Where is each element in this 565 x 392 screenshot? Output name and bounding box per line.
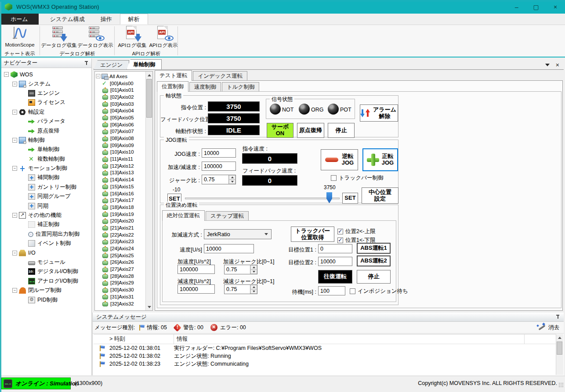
axis-item[interactable]: ✓[00]Axis00	[96, 80, 145, 87]
axis-item[interactable]: [25]Axis25	[96, 252, 145, 259]
message-scrollbar[interactable]	[556, 334, 563, 375]
jog-slider-track[interactable]	[185, 198, 340, 199]
tree-item-gantry[interactable]: ガントリー制御	[1, 183, 91, 192]
jog-forward-button[interactable]: 正転 JOG	[362, 148, 398, 171]
apilog-collect-button[interactable]: APIログ収集	[116, 26, 148, 50]
tree-item-system[interactable]: −システム	[1, 79, 91, 88]
axis-item[interactable]: [32]Axis32	[96, 300, 145, 307]
spin-up-icon[interactable]	[250, 265, 257, 270]
profile-combo[interactable]: JerkRatio	[204, 229, 272, 239]
axis-item[interactable]: [07]Axis07	[96, 128, 145, 135]
scroll-thumb[interactable]	[146, 79, 152, 118]
axis-root-item[interactable]: −All Axes	[96, 73, 145, 80]
tab-test-operation[interactable]: テスト運転	[155, 70, 192, 81]
checkbox-icon[interactable]	[350, 288, 355, 294]
combo-chevron-icon[interactable]	[262, 230, 270, 238]
pos2-upper-limit-checkbox[interactable]: 位置2<-上限	[337, 228, 375, 235]
tree-item-multi-axis-control[interactable]: 複数軸制御	[1, 155, 91, 164]
tree-item-wos[interactable]: −WOS	[1, 70, 91, 79]
axis-item[interactable]: [21]Axis21	[96, 224, 145, 231]
center-position-set-button[interactable]: 中心位置 設定	[362, 187, 398, 204]
servo-on-button[interactable]: サーボON	[267, 123, 293, 138]
accel-jerk-spinner[interactable]	[224, 265, 257, 274]
axis-scrollbar[interactable]	[145, 72, 152, 310]
tree-item-module[interactable]: モジュール	[1, 258, 91, 267]
axis-item[interactable]: [31]Axis31	[96, 293, 145, 300]
minimize-button[interactable]: –	[507, 0, 526, 14]
jog-reverse-button[interactable]: 逆転 JOG	[321, 149, 358, 170]
tab-index-operation[interactable]: インデックス運転	[193, 71, 247, 81]
inposition-wait-checkbox[interactable]: インポジション待ち	[350, 288, 408, 295]
datalog-view-button[interactable]: データログ表示	[78, 26, 113, 50]
axis-item[interactable]: [28]Axis28	[96, 273, 145, 280]
axis-item[interactable]: [08]Axis08	[96, 135, 145, 142]
pin-icon[interactable]	[556, 314, 560, 320]
ribbon-tab-system-config[interactable]: システム構成	[42, 14, 93, 25]
axis-item[interactable]: [14]Axis14	[96, 176, 145, 183]
jog-speed-input[interactable]	[202, 148, 236, 158]
spin-down-icon[interactable]	[250, 289, 257, 294]
axis-item[interactable]: [22]Axis22	[96, 231, 145, 238]
axis-item[interactable]: [12]Axis12	[96, 162, 145, 169]
spin-up-icon[interactable]	[250, 285, 257, 289]
axis-item[interactable]: [19]Axis19	[96, 211, 145, 218]
axis-item[interactable]: [10]Axis10	[96, 149, 145, 156]
axis-item[interactable]: [30]Axis30	[96, 286, 145, 293]
tree-item-event-control[interactable]: イベント制御	[1, 239, 91, 248]
axis-item[interactable]: [11]Axis11	[96, 155, 145, 162]
tree-item-homing[interactable]: 原点復帰	[1, 126, 91, 135]
target2-input[interactable]	[318, 257, 352, 266]
tree-item-analog-io[interactable]: アナログI/O制御	[1, 277, 91, 286]
tree-item-misc[interactable]: −その他の機能	[1, 211, 91, 220]
doc-tab-single-axis[interactable]: 単軸制御	[127, 59, 162, 69]
tab-velocity-control[interactable]: 速度制御	[189, 82, 221, 92]
jog-accel-input[interactable]	[202, 162, 236, 171]
ribbon-tab-analysis[interactable]: 解析	[120, 14, 148, 25]
roundtrip-button[interactable]: 往復運転	[318, 270, 352, 284]
axis-item[interactable]: [16]Axis16	[96, 190, 145, 197]
scroll-up-icon[interactable]	[148, 74, 151, 76]
spin-down-icon[interactable]	[229, 180, 235, 184]
axis-item[interactable]: [27]Axis27	[96, 266, 145, 273]
apilog-view-button[interactable]: APIログ表示	[148, 26, 179, 50]
expander-icon[interactable]: −	[12, 288, 17, 293]
pin-icon[interactable]	[84, 61, 89, 66]
expander-icon[interactable]: −	[96, 74, 101, 79]
home-button[interactable]: 原点復帰	[297, 123, 324, 138]
checkbox-icon[interactable]	[337, 229, 343, 234]
axis-item[interactable]: [05]Axis05	[96, 114, 145, 121]
clear-button[interactable]: 消去	[548, 324, 559, 331]
scroll-down-icon[interactable]	[148, 306, 151, 308]
expander-icon[interactable]: −	[12, 213, 17, 218]
checkbox-icon[interactable]	[337, 237, 343, 243]
expander-icon[interactable]: −	[4, 72, 9, 77]
tree-item-pos-sync-output[interactable]: 位置同期出力制御	[1, 230, 91, 239]
motionscope-button[interactable]: MotionScope	[2, 26, 37, 50]
pos-accel-input[interactable]	[177, 265, 215, 274]
message-row[interactable]: 2025-12-02 01:38:23エンジン状態: Communicating	[94, 360, 556, 368]
spin-down-icon[interactable]	[250, 270, 257, 274]
axis-item[interactable]: [02]Axis02	[96, 94, 145, 101]
expander-icon[interactable]: −	[12, 251, 17, 255]
trackbar-control-checkbox[interactable]: トラックバー制御	[331, 174, 383, 182]
message-row[interactable]: 2025-12-02 01:38:02エンジン状態: Running	[94, 352, 556, 360]
axis-item[interactable]: [18]Axis18	[96, 204, 145, 211]
maximize-button[interactable]: ▢	[526, 0, 546, 14]
column-header-time[interactable]: > 時刻	[109, 334, 174, 344]
axis-item[interactable]: [04]Axis04	[96, 107, 145, 114]
axis-item[interactable]: [13]Axis13	[96, 169, 145, 176]
stop-button[interactable]: 停止	[328, 123, 355, 138]
resize-grip[interactable]	[558, 382, 564, 388]
axis-item[interactable]: [06]Axis06	[96, 121, 145, 128]
positioning-stop-button[interactable]: 停止	[357, 270, 391, 284]
tab-torque-control[interactable]: トルク制御	[222, 82, 259, 92]
tree-item-license[interactable]: ライセンス	[1, 98, 91, 107]
tree-item-parameter[interactable]: パラメータ	[1, 117, 91, 126]
tree-item-sync[interactable]: 同期	[1, 201, 91, 210]
tree-item-compensation[interactable]: 補正制御	[1, 220, 91, 229]
datalog-collect-button[interactable]: データログ収集	[41, 26, 76, 50]
checkbox-icon[interactable]	[331, 175, 337, 181]
pos-speed-input[interactable]	[204, 244, 254, 253]
tree-item-closed-loop[interactable]: −閉ループ制御	[1, 286, 91, 295]
expander-icon[interactable]: −	[12, 110, 17, 115]
